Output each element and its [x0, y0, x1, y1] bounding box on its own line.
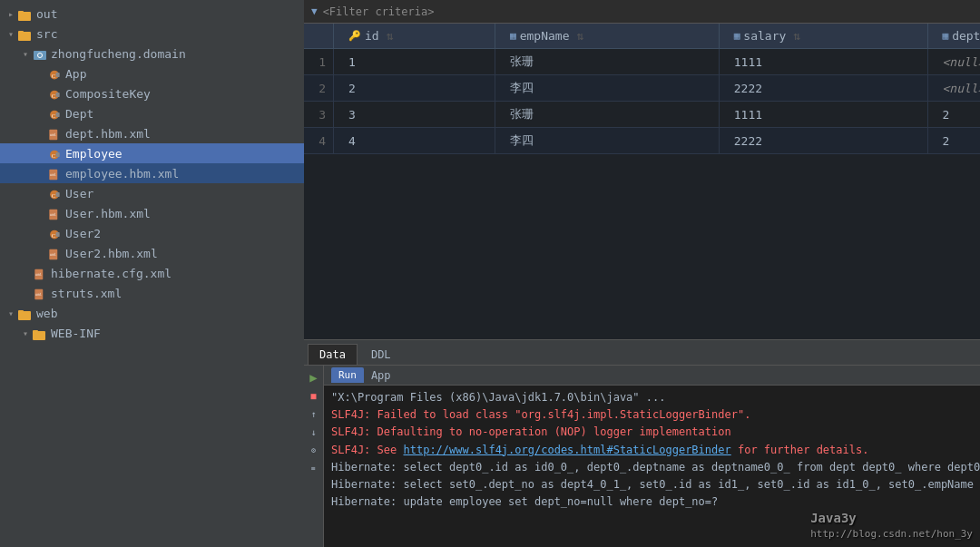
cell-empname: 李四: [495, 128, 720, 154]
log-link[interactable]: http://www.slf4j.org/codes.html#StaticLo…: [403, 444, 730, 456]
svg-text:C: C: [52, 92, 55, 98]
cell-empname: 李四: [495, 75, 720, 102]
cell-id: 4: [334, 128, 495, 154]
svg-text:xml: xml: [50, 212, 57, 217]
db-table: 🔑 id ⇅ ▦ empName ⇅: [304, 24, 980, 154]
log-path-line: "X:\Program Files (x86)\Java\jdk1.7.0\bi…: [331, 389, 980, 406]
tree-item-webinf[interactable]: WEB-INF: [0, 323, 304, 343]
cell-deptno: 2: [927, 128, 980, 154]
db-table-container: 🔑 id ⇅ ▦ empName ⇅: [304, 24, 980, 339]
log-line: Hibernate: select set0_.dept_no as dept4…: [331, 476, 980, 493]
tree-label-user: User: [65, 187, 93, 200]
tree-item-src[interactable]: src: [0, 24, 304, 44]
tree-item-out[interactable]: out: [0, 4, 304, 24]
db-tabs: Data DDL: [304, 339, 980, 365]
svg-text:xml: xml: [35, 272, 43, 277]
log-line: SLF4J: Defaulting to no-operation (NOP) …: [331, 424, 980, 441]
tree-label-app: App: [65, 67, 86, 81]
tree-item-dept-xml[interactable]: xml dept.hbm.xml: [0, 123, 304, 143]
run-tab[interactable]: Run: [331, 367, 364, 383]
console-area: ▶ ■ ↑ ↓ ⚙ ≡ Run App "X:\Program Files (x…: [304, 366, 980, 547]
xml-icon-dept: xml: [47, 129, 62, 141]
tab-ddl[interactable]: DDL: [359, 344, 403, 365]
cell-deptno: 2: [927, 102, 980, 128]
tree-label-out: out: [36, 7, 57, 21]
cell-rownum: 2: [304, 75, 334, 102]
tree-item-domain[interactable]: zhongfucheng.domain: [0, 44, 304, 63]
tree-item-compositekey[interactable]: C CompositeKey: [0, 83, 304, 103]
tab-data[interactable]: Data: [308, 344, 358, 365]
tree-label-webinf: WEB-INF: [51, 327, 101, 340]
tree-arrow-domain: [18, 49, 33, 59]
tree-label-dept: Dept: [65, 107, 93, 121]
down-button[interactable]: ↓: [306, 424, 322, 440]
table-row[interactable]: 11张珊1111<null>: [304, 49, 980, 75]
cell-empname: 张珊: [495, 102, 720, 128]
svg-rect-29: [56, 232, 60, 237]
stop-button[interactable]: ■: [306, 387, 322, 404]
filter-bar: ▼ <Filter criteria>: [304, 0, 980, 24]
tree-item-user-xml[interactable]: xml User.hbm.xml: [0, 203, 304, 223]
console-main: Run App "X:\Program Files (x86)\Java\jdk…: [324, 366, 980, 547]
tree-item-app[interactable]: C App: [0, 63, 304, 83]
log-line: SLF4J: Failed to load class "org.slf4j.i…: [331, 406, 980, 424]
tree-label-src: src: [36, 27, 57, 41]
table-row[interactable]: 33张珊11112: [304, 102, 980, 128]
cell-empname: 张珊: [495, 49, 720, 75]
tree-arrow-webinf: [18, 328, 33, 338]
th-empname[interactable]: ▦ empName ⇅: [495, 24, 720, 49]
filter-criteria: <Filter criteria>: [323, 5, 435, 18]
cell-deptno: <null>: [927, 49, 980, 75]
cell-salary: 1111: [719, 49, 927, 75]
cell-id: 1: [334, 49, 495, 75]
tree-item-employee[interactable]: C Employee: [0, 143, 304, 163]
tree-label-employee: Employee: [65, 147, 122, 161]
svg-rect-8: [56, 73, 60, 77]
col-label-salary: salary: [743, 29, 786, 43]
th-rownum: [304, 24, 334, 49]
tree-label-user-xml: User.hbm.xml: [65, 207, 151, 220]
svg-text:xml: xml: [50, 252, 57, 257]
folder-icon-webinf: [33, 328, 47, 340]
col-label-deptno: dept_no: [952, 29, 980, 43]
tree-label-user2: User2: [65, 227, 101, 240]
package-icon-domain: [33, 49, 47, 61]
svg-rect-19: [56, 152, 60, 157]
console-header: Run App: [324, 366, 980, 386]
fold-button[interactable]: ≡: [306, 460, 322, 476]
tree-label-domain: zhongfucheng.domain: [51, 47, 186, 61]
log-line: Hibernate: select dept0_.id as id0_0_, d…: [331, 459, 980, 476]
th-salary[interactable]: ▦ salary ⇅: [719, 24, 927, 49]
th-deptno[interactable]: ▦ dept_no ⇅: [927, 24, 980, 49]
folder-icon-src: [18, 29, 33, 41]
svg-rect-24: [56, 192, 60, 197]
svg-text:xml: xml: [50, 132, 57, 137]
class-icon-user2: C: [47, 229, 62, 240]
settings-button[interactable]: ⚙: [306, 442, 322, 458]
svg-rect-3: [18, 31, 24, 34]
tree-item-struts[interactable]: xml struts.xml: [0, 283, 304, 303]
tree-arrow-src: [4, 29, 18, 39]
class-icon-compositekey: C: [47, 89, 62, 101]
table-row[interactable]: 22李四2222<null>: [304, 75, 980, 102]
tree-item-user[interactable]: C User: [0, 183, 304, 203]
col-icon-empname: ▦: [510, 30, 516, 42]
th-id[interactable]: 🔑 id ⇅: [334, 24, 495, 49]
run-play-button[interactable]: ▶: [306, 369, 322, 386]
svg-rect-11: [56, 93, 60, 97]
up-button[interactable]: ↑: [306, 405, 322, 422]
svg-rect-39: [33, 330, 38, 333]
table-row[interactable]: 44李四22222: [304, 128, 980, 154]
tree-item-employee-xml[interactable]: xml employee.hbm.xml: [0, 163, 304, 183]
cell-salary: 2222: [719, 128, 927, 154]
db-area: ▼ <Filter criteria> 🔑 id ⇅: [304, 0, 980, 366]
tree-item-dept[interactable]: C Dept: [0, 103, 304, 123]
svg-text:C: C: [52, 191, 55, 198]
col-icon-salary: ▦: [734, 30, 740, 42]
folder-icon-out: [18, 9, 33, 21]
tree-item-user2[interactable]: C User2: [0, 223, 304, 243]
tree-item-web[interactable]: web: [0, 303, 304, 323]
tree-item-hibernate[interactable]: xml hibernate.cfg.xml: [0, 263, 304, 283]
xml-icon-employee: xml: [47, 169, 62, 181]
tree-item-user2-xml[interactable]: xml User2.hbm.xml: [0, 243, 304, 263]
